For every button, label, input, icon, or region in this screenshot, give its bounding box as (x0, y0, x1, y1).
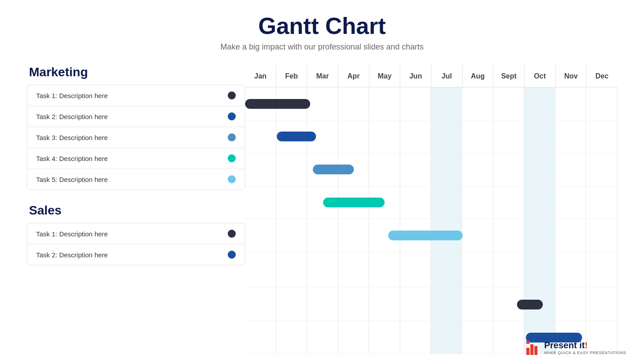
marketing-task-dot-1 (228, 91, 236, 99)
marketing-gantt-row-3 (245, 153, 617, 186)
month-header: JanFebMarAprMayJunJulAugSeptOctNovDec (245, 65, 617, 87)
marketing-gantt-row-5 (245, 219, 617, 252)
gantt-bar-marketing-gantt-row-1 (245, 99, 310, 109)
marketing-title: Marketing (27, 65, 245, 79)
marketing-task-dot-2 (228, 112, 236, 120)
sales-task-label-1: Task 1: Description here (36, 230, 108, 238)
month-cell-may: May (369, 65, 401, 87)
svg-rect-1 (530, 344, 533, 355)
sales-task-dot-1 (228, 230, 236, 238)
logo-text: Present it! MAKE QUICK & EASY PRESENTATI… (544, 340, 626, 355)
page-title: Gantt Chart (220, 13, 423, 39)
gantt-bar-sales-gantt-row-1 (517, 300, 543, 309)
logo-icon (526, 341, 541, 355)
sales-task-dot-2 (228, 251, 236, 259)
month-cell-apr: Apr (338, 65, 369, 87)
page-subtitle: Make a big impact with our professional … (220, 42, 423, 52)
gantt-bar-marketing-gantt-row-5 (388, 231, 463, 240)
month-cell-jan: Jan (245, 65, 276, 87)
gantt-body (245, 87, 617, 354)
gantt-bar-marketing-gantt-row-2 (277, 132, 316, 141)
svg-rect-0 (526, 348, 529, 355)
marketing-gantt-row-2 (245, 120, 617, 153)
svg-rect-3 (526, 341, 529, 344)
month-cell-jul: Jul (431, 65, 463, 87)
logo-area: Present it! MAKE QUICK & EASY PRESENTATI… (526, 340, 626, 355)
svg-rect-2 (534, 346, 537, 355)
sales-title: Sales (27, 203, 245, 218)
month-cell-oct: Oct (525, 65, 556, 87)
sales-task-table: Task 1: Description here Task 2: Descrip… (27, 223, 245, 265)
month-cell-feb: Feb (276, 65, 308, 87)
marketing-task-label-1: Task 1: Description here (36, 92, 108, 99)
marketing-task-row-1: Task 1: Description here (27, 85, 245, 106)
marketing-task-dot-5 (228, 175, 236, 183)
marketing-task-row-4: Task 4: Description here (27, 148, 245, 169)
month-cell-dec: Dec (587, 65, 617, 87)
header: Gantt Chart Make a big impact with our p… (220, 13, 423, 52)
logo-sub-text: MAKE QUICK & EASY PRESENTATIONS (544, 351, 626, 355)
marketing-gantt-row-4 (245, 186, 617, 219)
month-cell-sept: Sept (493, 65, 525, 87)
marketing-gantt-row-1 (245, 87, 617, 120)
sales-task-row-1: Task 1: Description here (27, 223, 245, 244)
right-panel: JanFebMarAprMayJunJulAugSeptOctNovDec (245, 65, 617, 354)
marketing-task-label-5: Task 5: Description here (36, 176, 108, 183)
marketing-task-table: Task 1: Description here Task 2: Descrip… (27, 85, 245, 190)
marketing-task-row-3: Task 3: Description here (27, 127, 245, 148)
marketing-task-row-2: Task 2: Description here (27, 106, 245, 127)
sales-gantt-row-1 (245, 288, 617, 321)
month-cell-aug: Aug (463, 65, 494, 87)
page: Gantt Chart Make a big impact with our p… (0, 0, 644, 363)
month-cell-nov: Nov (556, 65, 587, 87)
logo-main-text: Present it! (544, 340, 626, 351)
sales-task-row-2: Task 2: Description here (27, 244, 245, 265)
sales-task-label-2: Task 2: Description here (36, 251, 108, 259)
month-cell-mar: Mar (307, 65, 338, 87)
marketing-task-dot-3 (228, 133, 236, 141)
marketing-task-label-2: Task 2: Description here (36, 113, 108, 120)
gantt-bar-marketing-gantt-row-3 (313, 165, 354, 174)
marketing-task-dot-4 (228, 154, 236, 162)
month-cell-jun: Jun (400, 65, 431, 87)
marketing-task-label-3: Task 3: Description here (36, 134, 108, 141)
chart-container: Marketing Task 1: Description here Task … (27, 65, 617, 354)
left-panel: Marketing Task 1: Description here Task … (27, 65, 245, 354)
marketing-task-row-5: Task 5: Description here (27, 169, 245, 190)
gap-row (245, 252, 617, 288)
marketing-task-label-4: Task 4: Description here (36, 155, 108, 162)
gantt-bar-marketing-gantt-row-4 (323, 198, 385, 207)
